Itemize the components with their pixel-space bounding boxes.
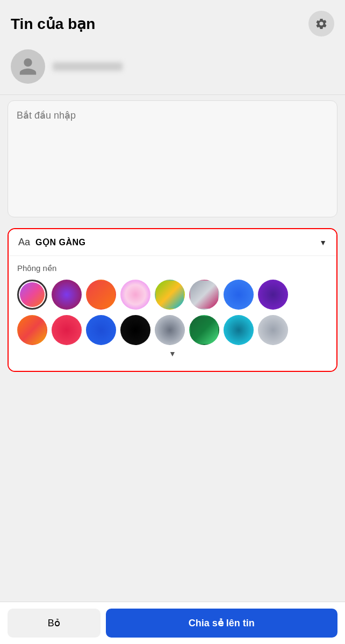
color-option-10[interactable] xyxy=(52,315,82,345)
cancel-button[interactable]: Bỏ xyxy=(8,609,100,638)
expand-colors-button[interactable]: ▼ xyxy=(17,345,328,360)
color-option-12[interactable] xyxy=(120,315,150,345)
share-button[interactable]: Chia sẻ lên tin xyxy=(106,609,337,638)
color-option-2[interactable] xyxy=(52,280,82,310)
settings-button[interactable] xyxy=(308,11,334,36)
color-option-6[interactable] xyxy=(189,280,219,310)
color-option-3[interactable] xyxy=(86,280,116,310)
spacer xyxy=(0,376,345,425)
color-option-5[interactable] xyxy=(155,280,185,310)
text-area-wrapper xyxy=(0,95,345,223)
header: Tin của bạn xyxy=(0,0,345,44)
text-input-box xyxy=(8,100,337,217)
color-grid xyxy=(17,280,328,345)
bottom-bar: Bỏ Chia sẻ lên tin xyxy=(0,602,345,644)
background-label: Phông nền xyxy=(17,264,328,273)
color-option-7[interactable] xyxy=(224,280,254,310)
profile-row xyxy=(0,44,345,94)
color-row-1 xyxy=(17,280,328,310)
font-name-label: GỌN GÀNG xyxy=(35,237,85,247)
color-row-2 xyxy=(17,315,328,345)
color-option-9[interactable] xyxy=(17,315,47,345)
chevron-down-icon: ▼ xyxy=(319,238,327,247)
post-text-input[interactable] xyxy=(17,109,328,206)
user-icon xyxy=(18,56,38,77)
color-option-15[interactable] xyxy=(224,315,254,345)
username-display xyxy=(53,62,123,71)
style-panel: Aa GỌN GÀNG ▼ Phông nền xyxy=(8,228,337,372)
color-option-11[interactable] xyxy=(86,315,116,345)
color-option-8[interactable] xyxy=(258,280,288,310)
color-option-16[interactable] xyxy=(258,315,288,345)
color-option-4[interactable] xyxy=(120,280,150,310)
font-aa-label: Aa xyxy=(18,237,30,248)
color-option-13[interactable] xyxy=(155,315,185,345)
page-title: Tin của bạn xyxy=(11,15,95,33)
color-option-1[interactable] xyxy=(17,280,47,310)
gear-icon xyxy=(315,17,328,30)
background-section: Phông nền xyxy=(9,256,336,371)
avatar xyxy=(11,49,45,84)
color-option-14[interactable] xyxy=(189,315,219,345)
font-selector-row[interactable]: Aa GỌN GÀNG ▼ xyxy=(9,229,336,256)
font-selector-left: Aa GỌN GÀNG xyxy=(18,237,85,248)
